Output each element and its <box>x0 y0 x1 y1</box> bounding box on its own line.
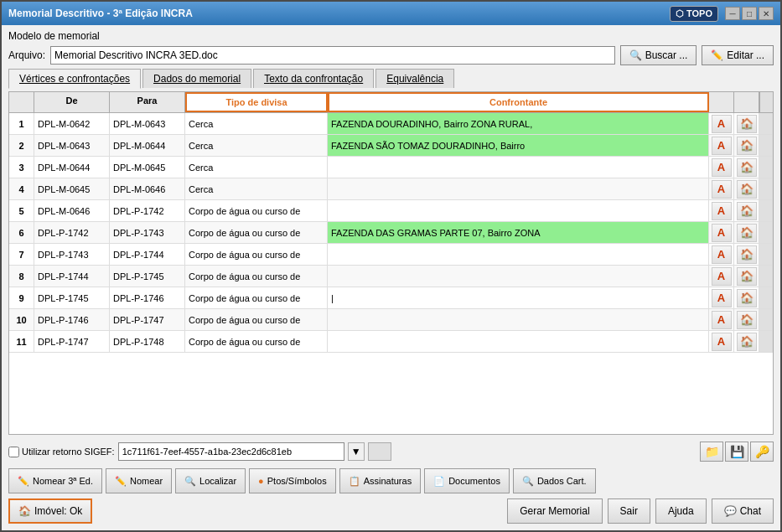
folder-icon-btn[interactable]: 📁 <box>700 442 723 462</box>
cell-icon-house[interactable]: 🏠 <box>734 222 759 243</box>
icon-a-button[interactable]: A <box>712 311 732 329</box>
icon-a-button[interactable]: A <box>712 267 732 286</box>
icon-house-button[interactable]: 🏠 <box>737 267 757 286</box>
cell-icon-a[interactable]: A <box>709 222 734 243</box>
cell-icon-a[interactable]: A <box>709 331 734 352</box>
maximize-button[interactable]: □ <box>742 7 757 20</box>
ajuda-label: Ajuda <box>668 505 694 517</box>
icon-house-button[interactable]: 🏠 <box>737 245 757 264</box>
tab-vertices[interactable]: Vértices e confrontações <box>8 69 141 89</box>
sigef-dropdown[interactable]: ▼ <box>348 442 365 461</box>
cell-de: DPL-P-1743 <box>34 244 110 265</box>
cell-icon-house[interactable]: 🏠 <box>734 309 759 330</box>
cell-icon-house[interactable]: 🏠 <box>734 266 759 287</box>
ptos-simbolos-button[interactable]: ● Ptos/Símbolos <box>249 468 336 493</box>
icon-house-button[interactable]: 🏠 <box>737 158 757 177</box>
sigef-input[interactable] <box>118 442 344 461</box>
table-body[interactable]: 1 DPL-M-0642 DPL-M-0643 Cerca FAZENDA DO… <box>9 113 773 434</box>
icon-house-button[interactable]: 🏠 <box>737 137 757 155</box>
cell-icon-a[interactable]: A <box>709 309 734 330</box>
cell-scroll <box>759 178 773 199</box>
cell-icon-house[interactable]: 🏠 <box>734 287 759 308</box>
tab-texto[interactable]: Texto da confrontação <box>253 69 374 88</box>
icon-house-button[interactable]: 🏠 <box>737 224 757 242</box>
cell-icon-a[interactable]: A <box>709 157 734 178</box>
cell-confrontante[interactable] <box>328 200 709 221</box>
ajuda-button[interactable]: Ajuda <box>655 498 707 524</box>
icon-a-button[interactable]: A <box>712 333 732 351</box>
assinaturas-button[interactable]: 📋 Assinaturas <box>339 468 421 493</box>
icon-house-button[interactable]: 🏠 <box>737 311 757 329</box>
icon-a-button[interactable]: A <box>712 289 732 307</box>
save-icon-btn[interactable]: 💾 <box>725 442 748 462</box>
dados-cart-button[interactable]: 🔍 Dados Cart. <box>513 468 596 493</box>
sigef-bar: Utilizar retorno SIGEF: ▼ 📁 💾 🔑 <box>8 438 774 465</box>
buscar-button[interactable]: 🔍 Buscar ... <box>620 45 697 65</box>
cell-confrontante[interactable] <box>328 244 709 265</box>
cell-confrontante[interactable] <box>328 157 709 178</box>
localizar-button[interactable]: 🔍 Localizar <box>175 468 246 493</box>
cell-icon-a[interactable]: A <box>709 266 734 287</box>
cell-icon-a[interactable]: A <box>709 287 734 308</box>
sigef-label-text: Utilizar retorno SIGEF: <box>22 447 115 457</box>
icon-house-button[interactable]: 🏠 <box>737 333 757 351</box>
cell-confrontante[interactable] <box>328 331 709 352</box>
cell-de: DPL-P-1742 <box>34 222 110 243</box>
sair-button[interactable]: Sair <box>608 498 650 524</box>
icon-house-button[interactable]: 🏠 <box>737 115 757 133</box>
cell-confrontante[interactable] <box>328 178 709 199</box>
assinaturas-icon: 📋 <box>349 476 360 487</box>
icon-a-button[interactable]: A <box>712 202 732 220</box>
cell-confrontante[interactable]: | <box>328 287 709 308</box>
icon-a-button[interactable]: A <box>712 224 732 242</box>
imovel-icon: 🏠 <box>18 505 31 517</box>
arquivo-input[interactable] <box>50 46 615 65</box>
documentos-button[interactable]: 📄 Documentos <box>424 468 510 493</box>
sigef-checkbox-label[interactable]: Utilizar retorno SIGEF: <box>8 447 115 457</box>
icon-house-button[interactable]: 🏠 <box>737 180 757 199</box>
tab-equivalencia[interactable]: Equivalência <box>375 69 454 88</box>
cell-de: DPL-P-1746 <box>34 309 110 330</box>
th-a-icon <box>709 92 734 112</box>
minimize-button[interactable]: ─ <box>725 7 740 20</box>
cell-num: 6 <box>9 222 34 243</box>
chat-button[interactable]: 💬 Chat <box>712 498 774 524</box>
cell-icon-house[interactable]: 🏠 <box>734 135 759 156</box>
cell-icon-a[interactable]: A <box>709 135 734 156</box>
nomear-button[interactable]: ✏️ Nomear <box>106 468 172 493</box>
cell-icon-a[interactable]: A <box>709 113 734 134</box>
cell-para: DPL-P-1743 <box>110 222 185 243</box>
nomear-3a-button[interactable]: ✏️ Nomear 3ª Ed. <box>8 468 102 493</box>
sigef-checkbox[interactable] <box>8 447 19 457</box>
close-button[interactable]: ✕ <box>759 7 774 20</box>
imovel-button[interactable]: 🏠 Imóvel: Ok <box>8 498 92 524</box>
cell-confrontante[interactable]: FAZENDA SÃO TOMAZ DOURADINHO, Bairro <box>328 135 709 156</box>
cell-scroll <box>759 113 773 134</box>
editar-button[interactable]: ✏️ Editar ... <box>702 45 774 65</box>
icon-a-button[interactable]: A <box>712 245 732 264</box>
icon-a-button[interactable]: A <box>712 137 732 155</box>
cell-confrontante[interactable] <box>328 309 709 330</box>
cell-confrontante[interactable] <box>328 266 709 287</box>
icon-house-button[interactable]: 🏠 <box>737 289 757 307</box>
cell-icon-house[interactable]: 🏠 <box>734 157 759 178</box>
icon-a-button[interactable]: A <box>712 115 732 133</box>
icon-a-button[interactable]: A <box>712 180 732 199</box>
icon-house-button[interactable]: 🏠 <box>737 202 757 220</box>
cell-icon-a[interactable]: A <box>709 200 734 221</box>
cell-icon-house[interactable]: 🏠 <box>734 178 759 199</box>
key-icon-btn[interactable]: 🔑 <box>750 442 774 462</box>
cell-icon-a[interactable]: A <box>709 244 734 265</box>
cell-icon-house[interactable]: 🏠 <box>734 244 759 265</box>
cell-icon-house[interactable]: 🏠 <box>734 331 759 352</box>
tab-dados[interactable]: Dados do memorial <box>142 69 251 88</box>
cell-tipo: Corpo de água ou curso de <box>185 222 328 243</box>
cell-icon-house[interactable]: 🏠 <box>734 113 759 134</box>
cell-confrontante[interactable]: FAZENDA DAS GRAMAS PARTE 07, Bairro ZONA <box>328 222 709 243</box>
gerar-memorial-button[interactable]: Gerar Memorial <box>507 498 602 524</box>
cell-icon-a[interactable]: A <box>709 178 734 199</box>
cell-confrontante[interactable]: FAZENDA DOURADINHO, Bairro ZONA RURAL, <box>328 113 709 134</box>
cell-scroll <box>759 309 773 330</box>
cell-icon-house[interactable]: 🏠 <box>734 200 759 221</box>
icon-a-button[interactable]: A <box>712 158 732 177</box>
